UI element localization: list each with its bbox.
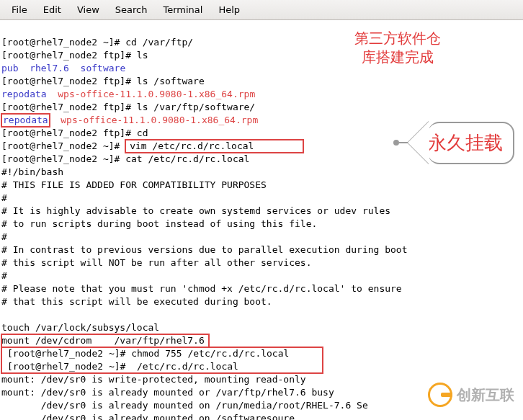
- annotation-line1: 第三方软件仓: [354, 29, 441, 48]
- term-line: #: [1, 192, 7, 203]
- menu-help[interactable]: Help: [211, 3, 247, 17]
- term-line: # this script will NOT be run after all …: [1, 257, 311, 268]
- annotation-line2: 库搭建完成: [354, 48, 441, 66]
- chevron-left-icon: [408, 121, 429, 164]
- dir-repodata-boxed: repodata: [1, 114, 50, 127]
- annotation-bubble: 永久挂载: [428, 122, 514, 164]
- rpm-file: wps-office-11.1.0.9080-1.x86_64.rpm: [58, 89, 255, 99]
- term-line: #: [1, 270, 7, 281]
- cmd-run-rclocal: /etc/rc.d/rc.local: [125, 361, 238, 372]
- term-line: /dev/sr0 is already mounted on /software…: [1, 413, 295, 420]
- menu-view[interactable]: View: [70, 3, 107, 17]
- term-line: # In contrast to previous versions due t…: [1, 244, 408, 255]
- menu-edit[interactable]: Edit: [36, 3, 68, 17]
- term-line: touch /var/lock/subsys/local: [1, 322, 159, 333]
- menu-file[interactable]: File: [4, 3, 35, 17]
- term-line: [root@rhel7_node2 ~]# cat /etc/rc.d/rc.l…: [1, 153, 249, 164]
- term-line: mount: /dev/sr0 is already mounted or /v…: [1, 387, 334, 398]
- cmd-chmod-boxed: [root@rhel7_node2 ~]# chmod 755 /etc/rc.…: [1, 347, 323, 373]
- term-line: # THIS FILE IS ADDED FOR COMPATIBILITY P…: [1, 179, 267, 190]
- dir-software: software: [81, 63, 126, 73]
- term-line: mount: /dev/sr0 is write-protected, moun…: [1, 374, 306, 385]
- dir-repodata: repodata: [1, 89, 47, 99]
- term-line: [root@rhel7_node2 ftp]# ls /software: [1, 76, 205, 86]
- arrow-line-icon: [399, 142, 408, 143]
- dir-rhel76: rhel7.6: [30, 63, 69, 73]
- menu-terminal[interactable]: Terminal: [156, 3, 210, 17]
- menubar: File Edit View Search Terminal Help: [0, 0, 523, 20]
- term-line: [root@rhel7_node2 ~]# cd /var/ftp/: [1, 37, 193, 48]
- dir-pub: pub: [1, 63, 18, 73]
- menu-search[interactable]: Search: [108, 3, 155, 17]
- cmd-mount-boxed: mount /dev/cdrom /var/ftp/rhel7.6: [1, 334, 209, 347]
- term-line: /dev/sr0 is already mounted on /run/medi…: [1, 400, 368, 411]
- terminal-output[interactable]: [root@rhel7_node2 ~]# cd /var/ftp/ [root…: [0, 20, 523, 420]
- term-line: [root@rhel7_node2 ftp]# cd: [1, 128, 148, 138]
- term-line: # It is highly advisable to create own s…: [1, 205, 390, 216]
- arrow-dot-icon: [393, 140, 399, 146]
- cmd-vim-rclocal: vim /etc/rc.d/rc.local: [125, 140, 303, 153]
- term-line: #!/bin/bash: [1, 166, 63, 177]
- prompt: [root@rhel7_node2 ~]#: [7, 348, 125, 359]
- term-line: [root@rhel7_node2 ftp]# ls: [1, 50, 148, 61]
- term-line: [root@rhel7_node2 ~]#: [1, 140, 125, 151]
- term-line: #: [1, 231, 7, 242]
- cmd-chmod: chmod 755 /etc/rc.d/rc.local: [125, 348, 317, 359]
- term-line: [root@rhel7_node2 ftp]# ls /var/ftp/soft…: [1, 102, 255, 112]
- prompt: [root@rhel7_node2 ~]#: [7, 361, 125, 372]
- term-line: # to run scripts during boot instead of …: [1, 218, 317, 229]
- term-line: # that this script will be executed duri…: [1, 296, 272, 307]
- term-line: # Please note that you must run 'chmod +…: [1, 283, 402, 294]
- rpm-file: wps-office-11.1.0.9080-1.x86_64.rpm: [61, 115, 258, 125]
- annotation-repo-built: 第三方软件仓 库搭建完成: [354, 29, 441, 66]
- annotation-permanent-mount: 永久挂载: [393, 121, 514, 164]
